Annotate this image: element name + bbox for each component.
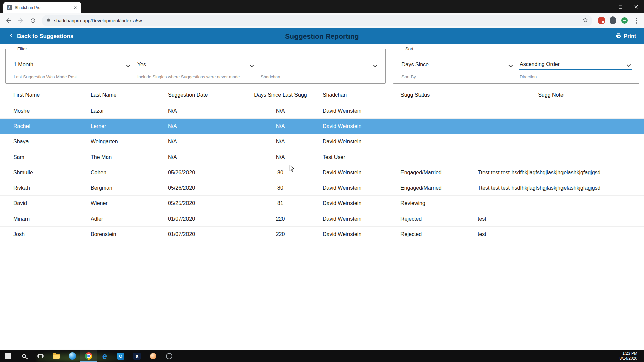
cell-suggestion-date: 01/07/2020 xyxy=(168,216,254,222)
bookmark-star-icon[interactable] xyxy=(582,17,588,24)
edge-button[interactable]: e xyxy=(97,350,113,362)
cell-suggestion-date: 01/07/2020 xyxy=(168,231,254,237)
browser-tab[interactable]: S Shadchan Pro xyxy=(3,2,81,13)
cell-shadchan: Test User xyxy=(323,154,400,160)
peach-app-button[interactable] xyxy=(145,350,161,362)
table-row[interactable]: Josh Borenstein 01/07/2020 220 David Wei… xyxy=(0,227,644,242)
col-header-days-since: Days Since Last Sugg xyxy=(254,92,323,98)
cell-shadchan: David Weinstein xyxy=(323,231,400,237)
folder-icon xyxy=(53,354,60,359)
chevron-down-icon xyxy=(250,63,254,67)
cell-last-name: Lerner xyxy=(91,123,168,129)
last-suggestion-select[interactable]: 1 Month xyxy=(13,59,131,70)
clock-time: 1:23 PM xyxy=(622,351,637,356)
cell-first-name: Shaya xyxy=(13,139,91,145)
filter-field-last-suggestion: 1 Month Last Suggestion Was Made Past xyxy=(13,59,131,79)
show-desktop-button[interactable] xyxy=(642,350,644,362)
chrome-icon xyxy=(85,352,92,360)
col-header-suggestion-date: Suggestion Date xyxy=(168,92,254,98)
ring-app-button[interactable] xyxy=(161,350,177,362)
filter-legend: Filter xyxy=(16,46,29,51)
shadchan-select[interactable] xyxy=(260,59,378,70)
cell-first-name: Moshe xyxy=(13,108,91,114)
taskbar-search-button[interactable] xyxy=(16,350,32,362)
print-button[interactable]: Print xyxy=(615,33,636,40)
table-row[interactable]: Sam The Man N/A N/A Test User xyxy=(0,149,644,165)
chevron-down-icon xyxy=(508,63,513,67)
table-row[interactable]: Miriam Adler 01/07/2020 220 David Weinst… xyxy=(0,211,644,227)
close-button[interactable] xyxy=(628,0,644,13)
chevron-down-icon xyxy=(627,63,631,67)
browser-toolbar: shadchanpro.app/Development/index.a5w xyxy=(0,13,644,28)
table-row[interactable]: Moshe Lazar N/A N/A David Weinstein xyxy=(0,103,644,119)
table-row[interactable]: Rivkah Bergman 05/26/2020 80 David Weins… xyxy=(0,180,644,196)
window-controls xyxy=(597,0,644,13)
filter-field-shadchan: Shadchan xyxy=(260,59,378,79)
back-to-suggestions-link[interactable]: Back to Suggestions xyxy=(9,32,73,41)
select-label: Last Suggestion Was Made Past xyxy=(13,74,131,79)
cell-sugg-note: Ttest test test hsdfhkjlagfshgjlaskjhgel… xyxy=(478,170,644,176)
minimize-button[interactable] xyxy=(597,0,612,13)
edge-icon: e xyxy=(102,352,107,360)
reload-icon[interactable] xyxy=(27,15,39,27)
cell-suggestion-date: N/A xyxy=(168,139,254,145)
sort-field-sort-by: Days Since Sort By xyxy=(401,59,514,79)
cell-shadchan: David Weinstein xyxy=(323,139,400,145)
cell-suggestion-date: N/A xyxy=(168,123,254,129)
filter-sort-panels: Filter 1 Month Last Suggestion Was Made … xyxy=(5,46,639,84)
browser-menu-icon[interactable] xyxy=(631,16,641,26)
cell-first-name: Rivkah xyxy=(13,185,91,191)
table-row[interactable]: Rachel Lerner N/A N/A David Weinstein xyxy=(0,119,644,134)
cell-suggestion-date: N/A xyxy=(168,154,254,160)
chrome-button[interactable] xyxy=(80,350,97,362)
select-value: 1 Month xyxy=(14,62,33,68)
table-row[interactable]: David Wiener 05/25/2020 81 David Weinste… xyxy=(0,196,644,211)
select-value: Yes xyxy=(137,62,146,68)
globe-icon xyxy=(69,352,76,360)
address-bar[interactable]: shadchanpro.app/Development/index.a5w xyxy=(42,15,592,26)
alpha-anywhere-button[interactable]: a xyxy=(129,350,145,362)
table-row[interactable]: Shmulie Cohen 05/26/2020 80 David Weinst… xyxy=(0,165,644,180)
peach-app-icon xyxy=(150,353,156,359)
cell-days-since: 220 xyxy=(254,231,323,237)
outlook-button[interactable]: O xyxy=(113,350,129,362)
sort-field-direction: Ascending Order Direction xyxy=(519,59,632,79)
cell-suggestion-date: 05/26/2020 xyxy=(168,185,254,191)
forward-nav-icon[interactable] xyxy=(15,15,27,27)
tab-title: Shadchan Pro xyxy=(15,5,72,10)
col-header-sugg-note: Sugg Note xyxy=(478,92,644,98)
chevron-down-icon xyxy=(373,63,377,67)
cell-days-since: N/A xyxy=(254,139,323,145)
taskbar-clock[interactable]: 1:23 PM 8/14/2020 xyxy=(620,350,642,362)
extension-icon-red[interactable] xyxy=(596,16,606,26)
select-label: Sort By xyxy=(401,74,514,79)
file-explorer-button[interactable] xyxy=(48,350,64,362)
include-singles-select[interactable]: Yes xyxy=(137,59,255,70)
select-label: Direction xyxy=(519,74,632,79)
new-tab-button[interactable] xyxy=(84,2,94,12)
sort-by-select[interactable]: Days Since xyxy=(401,59,514,70)
table-row[interactable]: Shaya Weingarten N/A N/A David Weinstein xyxy=(0,134,644,149)
extension-icon-green[interactable] xyxy=(619,16,629,26)
alpha-anywhere-icon: a xyxy=(133,353,141,360)
browser-globe-button[interactable] xyxy=(64,350,80,362)
clock-date: 8/14/2020 xyxy=(620,356,637,361)
direction-select[interactable]: Ascending Order xyxy=(519,59,632,70)
task-view-button[interactable] xyxy=(32,350,48,362)
outlook-icon: O xyxy=(117,353,124,360)
table-body: Moshe Lazar N/A N/A David Weinstein Rach… xyxy=(0,103,644,242)
windows-taskbar: e O a 1:23 PM 8/14/2020 xyxy=(0,350,644,362)
extension-icon-puzzle[interactable] xyxy=(608,16,618,26)
table-header-row: First Name Last Name Suggestion Date Day… xyxy=(0,86,644,103)
back-nav-icon[interactable] xyxy=(3,15,15,27)
maximize-button[interactable] xyxy=(612,0,628,13)
cell-last-name: Wiener xyxy=(91,200,168,206)
start-button[interactable] xyxy=(0,350,16,362)
filter-field-include-singles: Yes Include Singles where Suggestions we… xyxy=(137,59,255,79)
select-value: Days Since xyxy=(401,62,429,68)
select-label: Include Singles where Suggestions were n… xyxy=(137,74,255,79)
cell-suggestion-date: 05/26/2020 xyxy=(168,170,254,176)
cell-first-name: Miriam xyxy=(13,216,91,222)
tab-close-icon[interactable] xyxy=(72,5,78,11)
cell-last-name: Cohen xyxy=(91,170,168,176)
